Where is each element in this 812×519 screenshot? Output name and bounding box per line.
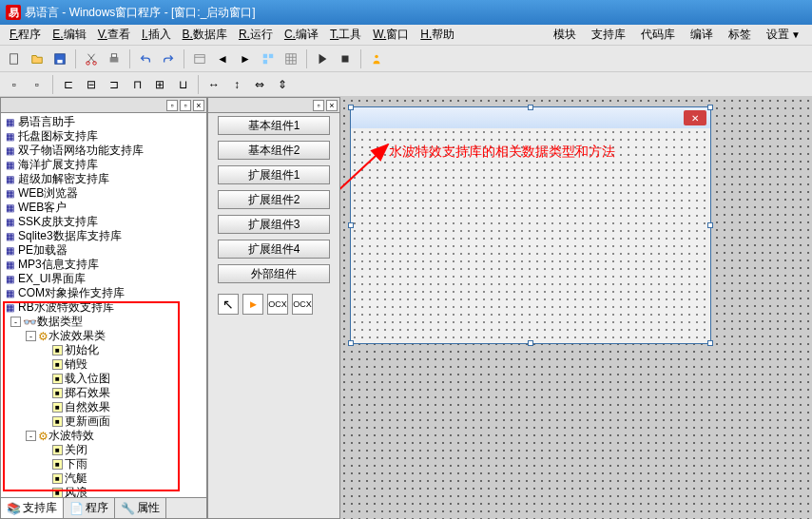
form-body[interactable]: 水波特效支持库的相关数据类型和方法	[351, 128, 710, 343]
tree-method-item[interactable]: ■下雨	[3, 457, 204, 471]
align-btn-1[interactable]: ▫	[4, 74, 25, 95]
tree-lib-item[interactable]: ▦托盘图标支持库	[3, 129, 204, 144]
ocx-tool-1[interactable]: OCX	[267, 294, 288, 315]
tree-lib-item[interactable]: ▦易语言助手	[3, 115, 204, 129]
panel-close-icon[interactable]: ×	[326, 100, 338, 111]
tree-lib-item[interactable]: ▦海洋扩展支持库	[3, 158, 204, 172]
tree-lib-item[interactable]: ▦COM对象操作支持库	[3, 286, 204, 300]
menu-run[interactable]: R.运行	[233, 25, 279, 45]
tree-method-item[interactable]: ■载入位图	[3, 372, 204, 386]
tree-method-item[interactable]: ■更新画面	[3, 414, 204, 429]
save-button[interactable]	[49, 48, 70, 69]
menu-view[interactable]: V.查看	[92, 25, 136, 45]
menu-settings[interactable]: 设置▼	[759, 25, 808, 45]
panel-close-icon[interactable]: ×	[193, 100, 204, 111]
align-center-h[interactable]: ⊟	[81, 74, 102, 95]
dist-v[interactable]: ↕	[226, 74, 247, 95]
tree-method-item[interactable]: ■风浪	[3, 486, 204, 497]
tab-support-lib[interactable]: 📚 支持库	[1, 498, 64, 518]
tree-method-item[interactable]: ■关闭	[3, 443, 204, 457]
panel-pin2-icon[interactable]: ▫	[180, 100, 191, 111]
play-tool[interactable]: ▶	[242, 294, 263, 315]
table-button[interactable]	[280, 48, 301, 69]
tab-program[interactable]: 📄 程序	[64, 498, 115, 518]
tree-method-item[interactable]: ■自然效果	[3, 400, 204, 414]
tree-lib-item[interactable]: ▦SSK皮肤支持库	[3, 215, 204, 229]
tree-lib-item[interactable]: ▦超级加解密支持库	[3, 172, 204, 186]
tables-button[interactable]	[258, 48, 279, 69]
align-middle[interactable]: ⊞	[149, 74, 170, 95]
tree-lib-item[interactable]: ▦EX_UI界面库	[3, 272, 204, 286]
tree-method-item[interactable]: ■汽艇	[3, 471, 204, 486]
menu-edit[interactable]: E.编辑	[47, 25, 91, 45]
menu-compile[interactable]: C.编译	[279, 25, 324, 45]
form-close-button[interactable]: ✕	[684, 110, 706, 125]
tree-node-class1[interactable]: -⚙ 水波效果类	[3, 329, 204, 343]
pointer-tool[interactable]: ↖	[218, 294, 239, 315]
tab-properties[interactable]: 🔧 属性	[115, 498, 166, 518]
menu-module[interactable]: 模块	[546, 25, 584, 45]
menu-support-lib[interactable]: 支持库	[584, 25, 633, 45]
component-group-ext3[interactable]: 扩展组件3	[218, 215, 330, 234]
method-icon: ■	[52, 445, 63, 455]
bookmark-button[interactable]	[189, 48, 210, 69]
panel-pin-icon[interactable]: ▫	[166, 100, 178, 111]
tree-method-item[interactable]: ■掷石效果	[3, 386, 204, 400]
align-top[interactable]: ⊓	[126, 74, 147, 95]
menu-window[interactable]: W.窗口	[367, 25, 415, 45]
prev-bookmark[interactable]: ◄	[212, 48, 233, 69]
tree-lib-item[interactable]: ▦双子物语网络功能支持库	[3, 144, 204, 158]
method-icon: ■	[52, 416, 63, 427]
tree-method-item[interactable]: ■销毁	[3, 357, 204, 372]
design-area[interactable]: ✕ 水波特效支持库的相关数据类型和方法	[340, 97, 812, 519]
person-icon[interactable]	[366, 48, 387, 69]
dist-h[interactable]: ↔	[203, 74, 224, 95]
redo-button[interactable]	[158, 48, 179, 69]
tree-lib-item[interactable]: ▦PE加载器	[3, 243, 204, 258]
component-group-ext4[interactable]: 扩展组件4	[218, 240, 330, 259]
run-button[interactable]	[312, 48, 333, 69]
tree-lib-item[interactable]: ▦WEB浏览器	[3, 186, 204, 201]
align-left[interactable]: ⊏	[58, 74, 79, 95]
tree-lib-item[interactable]: ▦MP3信息支持库	[3, 258, 204, 272]
component-group-ext1[interactable]: 扩展组件1	[218, 165, 330, 184]
size-h[interactable]: ⇕	[272, 74, 293, 95]
tree-method-item[interactable]: ■初始化	[3, 343, 204, 357]
menu-code-lib[interactable]: 代码库	[633, 25, 683, 45]
align-bottom[interactable]: ⊔	[172, 74, 193, 95]
next-bookmark[interactable]: ►	[235, 48, 256, 69]
new-button[interactable]	[4, 48, 25, 69]
collapse-icon[interactable]: -	[26, 431, 36, 441]
tree-node-class2[interactable]: -⚙ 水波特效	[3, 429, 204, 443]
menu-tools[interactable]: T.工具	[324, 25, 367, 45]
ocx-tool-2[interactable]: OCX	[292, 294, 313, 315]
menu-compile-r[interactable]: 编译	[683, 25, 721, 45]
stop-button[interactable]	[335, 48, 356, 69]
collapse-icon[interactable]: -	[10, 317, 21, 327]
component-group-ext2[interactable]: 扩展组件2	[218, 190, 330, 209]
menu-program[interactable]: F.程序	[4, 25, 47, 45]
tree-lib-item[interactable]: ▦WEB客户	[3, 201, 204, 215]
tree-lib-item[interactable]: ▦RB水波特效支持库	[3, 300, 204, 315]
menu-insert[interactable]: I.插入	[136, 25, 177, 45]
align-right[interactable]: ⊐	[104, 74, 125, 95]
align-btn-2[interactable]: ▫	[27, 74, 48, 95]
tree-lib-item[interactable]: ▦Sqlite3数据库支持库	[3, 229, 204, 243]
collapse-icon[interactable]: -	[26, 331, 36, 341]
component-group-external[interactable]: 外部组件	[218, 264, 330, 283]
undo-button[interactable]	[135, 48, 156, 69]
menu-help[interactable]: H.帮助	[415, 25, 460, 45]
library-tree[interactable]: ▦易语言助手▦托盘图标支持库▦双子物语网络功能支持库▦海洋扩展支持库▦超级加解密…	[1, 113, 206, 497]
component-group-basic1[interactable]: 基本组件1	[218, 116, 330, 135]
form-titlebar[interactable]: ✕	[351, 107, 710, 128]
print-button[interactable]	[104, 48, 125, 69]
size-w[interactable]: ⇔	[249, 74, 270, 95]
panel-pin-icon[interactable]: ▫	[313, 100, 324, 111]
component-group-basic2[interactable]: 基本组件2	[218, 141, 330, 160]
menu-database[interactable]: B.数据库	[177, 25, 233, 45]
menu-label[interactable]: 标签	[721, 25, 759, 45]
form-designer-window[interactable]: ✕ 水波特效支持库的相关数据类型和方法	[350, 106, 711, 344]
open-button[interactable]	[27, 48, 48, 69]
tree-node-datatypes[interactable]: -👓 数据类型	[3, 315, 204, 329]
cut-button[interactable]	[81, 48, 102, 69]
